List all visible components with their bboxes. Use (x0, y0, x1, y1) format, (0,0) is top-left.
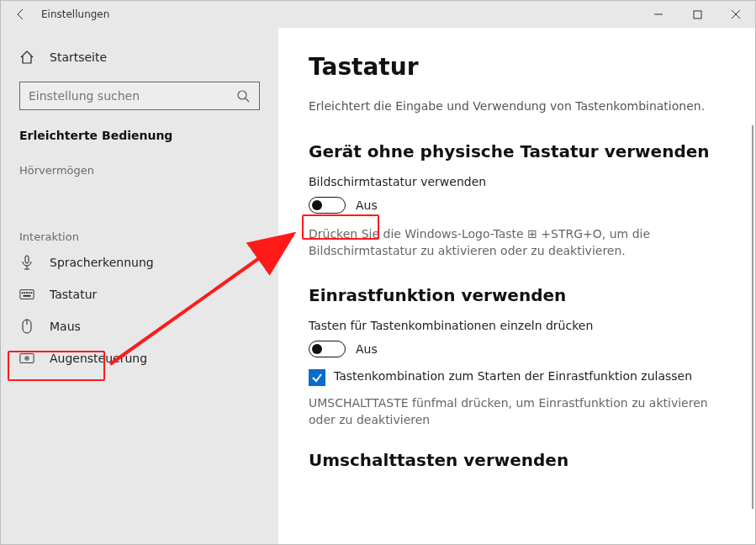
page-title: Tastatur (309, 53, 722, 81)
sidebar-item-keyboard[interactable]: Tastatur (1, 278, 278, 310)
keyboard-icon (19, 287, 34, 302)
svg-rect-8 (20, 290, 34, 299)
sidebar-item-mouse[interactable]: Maus (1, 310, 278, 342)
section-title: Erleichterte Bedienung (1, 117, 278, 147)
svg-rect-7 (25, 256, 29, 263)
svg-rect-12 (29, 292, 30, 294)
back-button[interactable] (1, 1, 41, 28)
home-label: Startseite (50, 50, 107, 64)
settings-window: Einstellungen Startseite (0, 0, 756, 545)
svg-point-2 (238, 91, 246, 99)
eye-control-icon (19, 351, 34, 366)
checkbox-sticky-shortcut[interactable] (309, 369, 325, 386)
main-content: Tastatur Erleichtert die Eingabe und Ver… (278, 28, 755, 544)
close-button[interactable] (716, 1, 755, 28)
sidebar-item-captions[interactable]: Untertitel für Hörgeschädigte (1, 178, 278, 202)
svg-rect-13 (31, 292, 33, 294)
sidebar-item-eye-control[interactable]: Augensteuerung (1, 342, 278, 374)
microphone-icon (19, 255, 34, 270)
section-heading-toggle-keys: Umschalttasten verwenden (309, 450, 722, 470)
sidebar-item-label: Maus (50, 320, 81, 333)
sidebar-item-label: Spracherkennung (50, 256, 154, 269)
setting-label-osk: Bildschirmtastatur verwenden (309, 175, 722, 188)
svg-point-19 (26, 357, 28, 359)
toggle-sticky-state: Aus (356, 342, 378, 356)
toggle-osk[interactable] (309, 197, 346, 214)
sidebar-item-label: Augensteuerung (50, 352, 147, 365)
toggle-osk-state: Aus (356, 198, 378, 212)
desc-sticky: UMSCHALTTASTE fünfmal drücken, um Einras… (309, 394, 712, 429)
search-icon (235, 89, 251, 103)
svg-rect-10 (24, 292, 25, 294)
group-hearing: Hörvermögen (1, 147, 278, 180)
desc-osk: Drücken Sie die Windows-Logo-Taste ⊞ +ST… (309, 225, 712, 260)
home-link[interactable]: Startseite (1, 41, 278, 73)
page-subtitle: Erleichtert die Eingabe und Verwendung v… (309, 99, 722, 113)
window-title: Einstellungen (41, 8, 109, 20)
search-input[interactable] (19, 82, 260, 110)
minimize-button[interactable] (639, 1, 678, 28)
sidebar: Startseite Erleichterte Bedienung Hörver… (1, 28, 278, 544)
scrollbar[interactable] (752, 125, 753, 509)
svg-line-3 (246, 98, 249, 102)
sidebar-item-label: Tastatur (50, 288, 97, 301)
section-heading-onscreen-keyboard: Gerät ohne physische Tastatur verwenden (309, 141, 722, 161)
group-interaction: Interaktion (1, 202, 278, 246)
svg-rect-9 (22, 292, 24, 294)
checkbox-label-sticky: Tastenkombination zum Starten der Einras… (334, 369, 692, 383)
svg-rect-11 (26, 292, 28, 294)
maximize-button[interactable] (678, 1, 716, 28)
sidebar-item-speech[interactable]: Spracherkennung (1, 246, 278, 278)
toggle-sticky[interactable] (309, 341, 346, 357)
search-field[interactable] (29, 89, 235, 103)
svg-rect-1 (694, 11, 701, 19)
home-icon (19, 50, 34, 65)
mouse-icon (19, 319, 34, 334)
section-heading-sticky-keys: Einrastfunktion verwenden (309, 285, 722, 305)
setting-label-sticky: Tasten für Tastenkombinationen einzeln d… (309, 319, 722, 332)
svg-rect-14 (24, 295, 31, 297)
titlebar: Einstellungen (1, 1, 755, 28)
